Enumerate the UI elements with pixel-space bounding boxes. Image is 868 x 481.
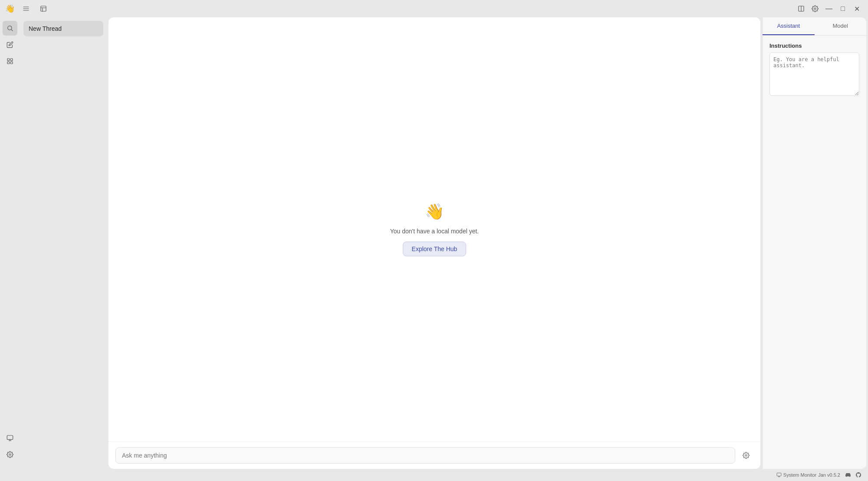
menu-icon bbox=[23, 5, 30, 12]
layout-icon bbox=[40, 5, 47, 12]
system-monitor-label: System Monitor bbox=[783, 472, 816, 478]
right-panel: Assistant Model Instructions bbox=[762, 17, 866, 469]
svg-line-10 bbox=[11, 29, 13, 31]
minimize-button[interactable]: — bbox=[823, 3, 835, 15]
apps-nav-icon bbox=[7, 58, 13, 65]
input-settings-icon bbox=[743, 452, 750, 459]
icon-sidebar-bottom bbox=[3, 431, 17, 465]
app-logo: 👋 bbox=[5, 4, 15, 13]
version-label: Jan v0.5.2 bbox=[818, 472, 840, 478]
no-model-text: You don't have a local model yet. bbox=[390, 228, 479, 235]
thread-sidebar: New Thread bbox=[20, 17, 107, 469]
titlebar: 👋 — bbox=[0, 0, 868, 17]
main-content: 👋 You don't have a local model yet. Expl… bbox=[108, 17, 760, 469]
search-nav-button[interactable] bbox=[3, 21, 17, 36]
statusbar: System Monitor Jan v0.5.2 bbox=[0, 469, 868, 481]
thread-item[interactable]: New Thread bbox=[23, 21, 103, 36]
svg-point-18 bbox=[9, 454, 11, 455]
svg-rect-12 bbox=[10, 59, 13, 61]
icon-sidebar bbox=[0, 17, 20, 469]
search-nav-icon bbox=[7, 25, 13, 32]
compose-nav-icon bbox=[7, 41, 13, 48]
monitor-nav-icon bbox=[7, 435, 13, 442]
thread-item-label: New Thread bbox=[29, 25, 62, 32]
svg-rect-13 bbox=[7, 62, 10, 64]
tab-assistant[interactable]: Assistant bbox=[763, 17, 815, 35]
monitor-status-icon bbox=[776, 472, 782, 478]
instructions-label: Instructions bbox=[769, 43, 859, 49]
input-settings-button[interactable] bbox=[739, 448, 753, 463]
titlebar-left: 👋 bbox=[5, 3, 49, 15]
svg-point-19 bbox=[745, 455, 747, 456]
chat-input[interactable] bbox=[115, 447, 735, 464]
monitor-nav-button[interactable] bbox=[3, 431, 17, 445]
discord-status bbox=[845, 472, 851, 478]
compose-nav-button[interactable] bbox=[3, 37, 17, 52]
settings-icon bbox=[812, 5, 819, 12]
settings-nav-button[interactable] bbox=[3, 447, 17, 462]
svg-point-8 bbox=[814, 8, 816, 10]
tab-model[interactable]: Model bbox=[815, 17, 867, 35]
apps-nav-button[interactable] bbox=[3, 54, 17, 69]
svg-rect-11 bbox=[7, 59, 10, 61]
menu-button[interactable] bbox=[20, 3, 32, 15]
close-button[interactable]: ✕ bbox=[851, 3, 863, 15]
svg-point-9 bbox=[8, 26, 12, 30]
titlebar-settings-button[interactable] bbox=[809, 3, 821, 15]
svg-rect-14 bbox=[10, 62, 13, 64]
icon-sidebar-top bbox=[3, 21, 17, 429]
svg-rect-15 bbox=[7, 435, 13, 439]
svg-rect-3 bbox=[41, 6, 46, 11]
app-body: New Thread 👋 You don't have a local mode… bbox=[0, 17, 868, 469]
github-icon bbox=[856, 472, 861, 478]
explore-hub-button[interactable]: Explore The Hub bbox=[403, 242, 467, 256]
maximize-button[interactable]: □ bbox=[837, 3, 849, 15]
github-status bbox=[856, 472, 861, 478]
instructions-textarea[interactable] bbox=[769, 52, 859, 96]
split-view-button[interactable] bbox=[795, 3, 807, 15]
layout-button[interactable] bbox=[37, 3, 49, 15]
right-panel-content: Instructions bbox=[763, 36, 866, 469]
split-view-icon bbox=[798, 5, 805, 12]
titlebar-right: — □ ✕ bbox=[795, 3, 863, 15]
svg-rect-20 bbox=[777, 473, 781, 476]
input-area bbox=[108, 442, 760, 469]
settings-nav-icon bbox=[7, 451, 13, 458]
system-monitor-status: System Monitor Jan v0.5.2 bbox=[776, 472, 840, 478]
wave-emoji: 👋 bbox=[425, 203, 444, 221]
chat-area: 👋 You don't have a local model yet. Expl… bbox=[108, 17, 760, 442]
right-panel-tabs: Assistant Model bbox=[763, 17, 866, 36]
discord-icon bbox=[845, 472, 851, 478]
